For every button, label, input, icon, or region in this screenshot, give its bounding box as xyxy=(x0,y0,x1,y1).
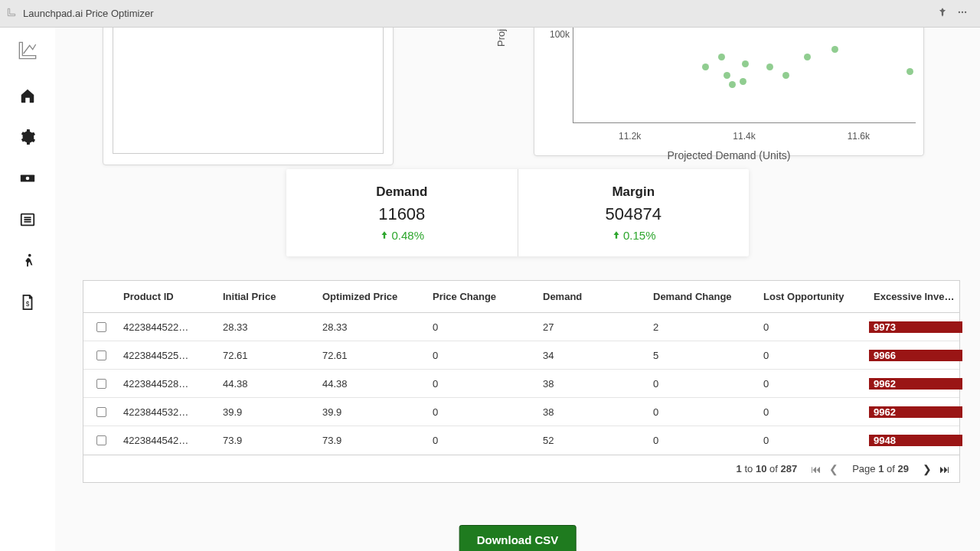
cell-optimized-price: 73.9 xyxy=(318,435,428,446)
cell-optimized-price: 72.61 xyxy=(318,350,428,361)
chart-xticks: 11.2k 11.4k 11.6k xyxy=(573,131,916,142)
cell-initial-price: 44.38 xyxy=(218,378,318,390)
cell-optimized-price: 39.9 xyxy=(318,406,428,418)
app-logo-icon xyxy=(6,7,17,21)
cell-initial-price: 28.33 xyxy=(218,321,318,333)
scatter-point xyxy=(831,46,838,53)
cell-price-change: 0 xyxy=(428,406,538,418)
card-scatter-chart: Proj 11.2k 11.4k 11.6k Projected Demand … xyxy=(534,28,924,156)
table-header: Product ID Initial Price Optimized Price… xyxy=(83,281,959,313)
scatter-point xyxy=(742,60,749,67)
pin-icon[interactable] xyxy=(937,7,948,21)
chart-ytick: 100k xyxy=(550,29,570,40)
row-checkbox[interactable] xyxy=(96,379,106,389)
scatter-point xyxy=(906,68,913,75)
cell-excessive-inventory: 9962 xyxy=(869,378,962,390)
row-range: 1 to 10 of 287 xyxy=(737,463,798,474)
svg-point-2 xyxy=(965,11,966,12)
kpi-demand: Demand 11608 0.48% xyxy=(286,169,518,256)
nav-settings[interactable] xyxy=(19,129,36,148)
nav-cash[interactable] xyxy=(19,170,36,190)
download-csv-button[interactable]: Download CSV xyxy=(459,525,577,551)
browser-tab-bar: Launchpad.ai Price Optimizer xyxy=(0,0,980,28)
card-upper-left xyxy=(103,28,394,165)
scatter-point xyxy=(724,72,730,79)
row-checkbox[interactable] xyxy=(96,407,106,417)
table-row[interactable]: 4223844528…44.3844.38038009962 xyxy=(83,370,959,398)
cell-price-change: 0 xyxy=(428,321,538,333)
svg-point-0 xyxy=(959,11,960,12)
cell-demand-change: 5 xyxy=(648,350,759,361)
cell-demand-change: 0 xyxy=(648,435,759,446)
page-last-icon[interactable]: ⏭ xyxy=(939,463,950,475)
cell-excessive-inventory: 9948 xyxy=(869,435,962,446)
svg-text:$: $ xyxy=(26,301,30,308)
kpi-margin-change: 0.15% xyxy=(611,229,656,242)
chart-xlabel: Projected Demand (Units) xyxy=(534,149,923,161)
cell-product-id: 4223844528… xyxy=(119,378,218,390)
scatter-point xyxy=(766,64,773,70)
arrow-up-icon xyxy=(611,230,622,240)
nav-run[interactable] xyxy=(19,253,36,272)
scatter-point xyxy=(740,78,746,85)
nav-home[interactable] xyxy=(19,87,36,107)
col-lost-opportunity[interactable]: Lost Opportunity xyxy=(759,291,869,302)
cell-product-id: 4223844522… xyxy=(119,321,218,333)
cell-excessive-inventory: 9962 xyxy=(869,406,962,418)
cell-initial-price: 73.9 xyxy=(218,435,318,446)
cell-excessive-inventory: 9973 xyxy=(869,321,962,333)
col-optimized-price[interactable]: Optimized Price xyxy=(318,291,428,302)
table-row[interactable]: 4223844525…72.6172.61034509966 xyxy=(83,341,959,370)
col-excessive-inventory[interactable]: Excessive Inven… xyxy=(869,291,962,302)
row-checkbox[interactable] xyxy=(96,322,106,332)
sidebar-logo-icon xyxy=(15,38,40,66)
row-checkbox[interactable] xyxy=(96,435,106,445)
row-checkbox[interactable] xyxy=(96,350,106,360)
more-icon[interactable] xyxy=(957,7,968,21)
results-table: Product ID Initial Price Optimized Price… xyxy=(83,280,960,483)
col-initial-price[interactable]: Initial Price xyxy=(218,291,318,302)
table-row[interactable]: 4223844522…28.3328.33027209973 xyxy=(83,313,959,341)
cell-demand: 38 xyxy=(538,378,648,390)
cell-demand-change: 0 xyxy=(648,378,759,390)
svg-point-4 xyxy=(26,177,30,181)
cell-excessive-inventory: 9966 xyxy=(869,350,962,361)
cell-lost-opportunity: 0 xyxy=(759,378,869,390)
scatter-point xyxy=(729,81,736,88)
nav-invoice[interactable]: $ xyxy=(19,294,36,314)
cell-optimized-price: 44.38 xyxy=(318,378,428,390)
kpi-margin: Margin 504874 0.15% xyxy=(518,169,750,256)
page-prev-icon[interactable]: ❮ xyxy=(829,463,838,475)
cell-optimized-price: 28.33 xyxy=(318,321,428,333)
page-indicator: Page 1 of 29 xyxy=(852,463,909,474)
col-price-change[interactable]: Price Change xyxy=(428,291,538,302)
cell-initial-price: 39.9 xyxy=(218,406,318,418)
cell-price-change: 0 xyxy=(428,350,538,361)
cell-lost-opportunity: 0 xyxy=(759,350,869,361)
cell-demand: 27 xyxy=(538,321,648,333)
table-row[interactable]: 4223844532…39.939.9038009962 xyxy=(83,398,959,426)
page-first-icon[interactable]: ⏮ xyxy=(811,463,822,475)
cell-lost-opportunity: 0 xyxy=(759,406,869,418)
sidebar: $ xyxy=(0,28,55,551)
col-product-id[interactable]: Product ID xyxy=(119,291,218,302)
page-next-icon[interactable]: ❯ xyxy=(923,463,932,475)
cell-demand: 52 xyxy=(538,435,648,446)
kpi-demand-title: Demand xyxy=(376,184,427,200)
scatter-point xyxy=(782,72,789,79)
cell-demand-change: 2 xyxy=(648,321,759,333)
main-content: Proj 11.2k 11.4k 11.6k Projected Demand … xyxy=(55,28,980,551)
cell-demand: 38 xyxy=(538,406,648,418)
nav-list[interactable] xyxy=(19,211,36,231)
table-row[interactable]: 4223844542…73.973.9052009948 xyxy=(83,426,959,455)
col-demand[interactable]: Demand xyxy=(538,291,648,302)
svg-point-1 xyxy=(962,11,963,12)
col-demand-change[interactable]: Demand Change xyxy=(648,291,759,302)
cell-initial-price: 72.61 xyxy=(218,350,318,361)
scatter-point xyxy=(702,64,709,70)
arrow-up-icon xyxy=(379,230,390,240)
kpi-demand-change: 0.48% xyxy=(379,229,424,242)
kpi-margin-value: 504874 xyxy=(606,204,662,224)
cell-demand: 34 xyxy=(538,350,648,361)
svg-point-9 xyxy=(28,254,31,257)
